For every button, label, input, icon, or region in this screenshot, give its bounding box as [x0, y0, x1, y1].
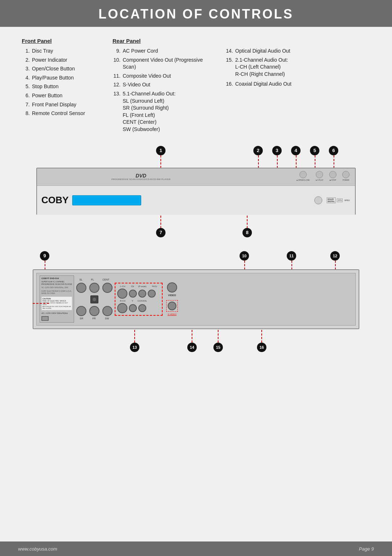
audio-labels-top: SL FL CENT	[76, 278, 113, 281]
power-spec: AC~110V-240V 60Hz/50Hz, 20W	[41, 286, 72, 289]
line-6	[334, 155, 334, 168]
list-item: 5.Stop Button	[22, 83, 102, 90]
front-panel-items: 1.Disc Tray 2.Power Indicator 3.Open/Clo…	[22, 48, 102, 117]
y-label: Y	[130, 300, 135, 302]
disc-tray-display	[72, 195, 141, 205]
rear-panel-list: Rear Panel 9.AC Power Cord 10.Component …	[113, 38, 214, 135]
play-btn: ►II PLAY	[315, 171, 323, 181]
line-14-top	[192, 330, 192, 343]
svideo-jack	[168, 302, 176, 310]
cb-jack	[129, 290, 137, 298]
callout-3: 3	[272, 146, 282, 155]
rch-jack	[117, 303, 127, 313]
list-item: 3.Open/Close Button	[22, 65, 102, 73]
logo-group: DOLBYDIGITAL DTS MPEG	[327, 197, 351, 203]
audio-jacks-top-row	[76, 283, 113, 293]
col3-list: x 14.Optical Digital Audio Out 15. 2.1-C…	[225, 38, 370, 135]
list-item: 15. 2.1-Channel Audio Out:L-CH (Left Cha…	[225, 57, 370, 78]
list-item: 11.Composite Video Out	[113, 73, 214, 80]
extra-logo: MPEG	[344, 199, 351, 202]
voltage-label: AC~110V-240V 60Hz/50Hz	[41, 312, 72, 314]
rch-label: R-CH	[117, 300, 128, 302]
main-content: Front Panel 1.Disc Tray 2.Power Indicato…	[0, 27, 392, 378]
dvd-subtext: PROGRESSIVE SCAN DVD/CD/CD-R/CD-RW PLAYE…	[111, 178, 171, 180]
callout-15: 15	[213, 343, 223, 352]
prcr-label: Pr/Cr	[149, 285, 160, 287]
optical-inner	[93, 298, 96, 301]
top-jack-row	[117, 289, 160, 299]
sr-label: SR	[80, 317, 83, 320]
controls-grid: Front Panel 1.Disc Tray 2.Power Indicato…	[22, 38, 370, 135]
list-item: 9.AC Power Cord	[113, 48, 214, 55]
pscan-label: (P-scan)	[137, 285, 148, 287]
list-item: 4.Play/Pause Button	[22, 74, 102, 82]
line-10	[244, 261, 245, 270]
power-section: COBY® DVD-514 SUPER SLIM 5.1 CHANNEL PRO…	[40, 275, 74, 323]
callout-9: 9	[40, 251, 49, 261]
open-close-btn: ▲OPEN/CLOSE	[296, 171, 310, 181]
coaxial-jack	[138, 304, 146, 312]
callout-10: 10	[240, 251, 249, 261]
line-16-top	[261, 330, 262, 343]
rear-panel-heading: Rear Panel	[113, 38, 214, 44]
footer-website: www.cobyusa.com	[18, 546, 57, 552]
cent-label: CENT	[102, 278, 109, 281]
list-item: 14.Optical Digital Audio Out	[225, 48, 370, 55]
line-7-top	[160, 216, 161, 228]
audio-jacks-bottom-row	[76, 306, 113, 316]
bottom-strip: COBY DOLBYDIGITAL DTS MPEG	[37, 186, 355, 215]
line-5	[315, 155, 315, 168]
line-8-top	[247, 216, 248, 228]
page-footer: www.cobyusa.com Page 9	[0, 541, 392, 556]
model-desc: SUPER SLIM 5.1 CHANNEL PROGRESSIVE SCAN …	[41, 281, 72, 285]
callout-11: 11	[287, 251, 296, 261]
callout-7: 7	[156, 228, 166, 237]
svideo-section	[166, 300, 178, 312]
callout-8: 8	[242, 228, 252, 237]
sw-jack	[102, 306, 113, 316]
line-1	[160, 155, 161, 168]
lch-label: L-CH	[117, 285, 128, 287]
callout-1: 1	[156, 146, 166, 155]
line-12	[335, 261, 336, 270]
dvd-logo: DVD	[111, 173, 171, 178]
list-item: 6.Power Button	[22, 92, 102, 99]
rear-panel-items: 9.AC Power Cord 10.Component Video Out (…	[113, 48, 214, 133]
page-title: LOCATION OF CONTROLS	[0, 7, 392, 22]
power-btn: POWER	[342, 171, 350, 181]
callout-5: 5	[310, 146, 319, 155]
callout-6: 6	[329, 146, 338, 155]
fl-jack	[89, 283, 99, 293]
dts-logo: DTS	[337, 199, 343, 202]
company: COBY ELECTRONICS CORP.,U.S.A. MADE IN CH…	[41, 290, 72, 295]
video-jack	[167, 282, 177, 293]
cent-jack	[102, 283, 113, 293]
h-line-9	[33, 303, 49, 304]
sl-label: SL	[79, 278, 83, 281]
line-3	[277, 155, 278, 168]
optical-jack	[90, 295, 98, 303]
component-top-labels: L-CH Cb (P-scan) Pr/Cr	[117, 285, 160, 287]
coby-brand: COBY	[41, 195, 69, 206]
open-close-icon	[299, 171, 307, 178]
list-item: 2.Power Indicator	[22, 57, 102, 64]
power-label: POWER	[343, 179, 350, 181]
sw-label: SW	[105, 317, 109, 320]
rear-inner: COBY® DVD-514 SUPER SLIM 5.1 CHANNEL PRO…	[36, 273, 356, 326]
front-panel-heading: Front Panel	[22, 38, 102, 44]
sr-jack	[76, 306, 86, 316]
top-strip: DVD PROGRESSIVE SCAN DVD/CD/CD-R/CD-RW P…	[37, 168, 355, 186]
rear-panel-diagram: 9 10 11 12 COBY® DVD-514 SUPER SLIM 5.1 …	[22, 251, 370, 367]
dolby-logo: DOLBYDIGITAL	[327, 197, 336, 203]
component-bottom-labels: R-CH Y COAXIAL	[117, 300, 160, 302]
prcr-jack	[148, 290, 156, 298]
stop-btn: ■ STOP	[329, 171, 336, 181]
rear-device-body: COBY® DVD-514 SUPER SLIM 5.1 CHANNEL PRO…	[33, 269, 359, 329]
footer-page: Page 9	[359, 546, 374, 552]
front-panel-diagram: 1 2 3 4 5 6 DVD PROGRESSIVE SCAN DVD/CD/…	[22, 146, 370, 244]
fp-buttons: ▲OPEN/CLOSE ►II PLAY ■ STOP POWER	[296, 171, 350, 183]
bottom-jack-row	[117, 303, 160, 313]
fp-right: DOLBYDIGITAL DTS MPEG	[314, 196, 351, 204]
svideo-label: S-VIDEO	[168, 313, 177, 316]
line-11	[291, 261, 292, 270]
